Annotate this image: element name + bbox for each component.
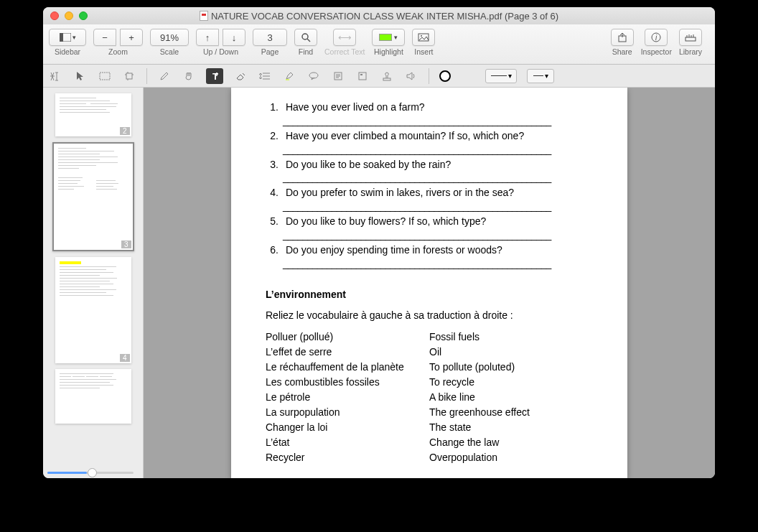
instruction-text: Reliez le vocabulaire à gauche à sa trad… [266, 309, 593, 322]
page-label: Page [261, 47, 279, 56]
svg-rect-9 [686, 37, 696, 41]
find-label: Find [299, 47, 313, 56]
find-button[interactable] [294, 29, 317, 46]
line-spacing-icon[interactable] [258, 69, 272, 83]
vocab-translation: Change the law [429, 436, 593, 449]
note-icon[interactable] [331, 69, 345, 83]
page-number-field[interactable]: 3 [253, 29, 287, 46]
question-item: 2. Have you ever climbed a mountain? If … [266, 129, 593, 157]
page-badge: 4 [120, 354, 130, 362]
vocab-translation: Oil [429, 345, 593, 359]
vocab-term: Le réchauffement de la planète [266, 360, 429, 374]
vocab-right-column: Fossil fuelsOilTo pollute (poluted)To re… [429, 330, 593, 465]
vocab-left-column: Polluer (pollué)L’effet de serreLe récha… [266, 330, 429, 465]
library-label: Library [679, 47, 702, 56]
document-viewport[interactable]: 1. Have you ever lived on a farm?_______… [144, 88, 715, 478]
page-thumbnail[interactable]: 4 [55, 257, 131, 363]
scale-label: Scale [160, 47, 179, 56]
insert-label: Insert [414, 47, 433, 56]
vocab-term: L’état [266, 436, 429, 449]
svg-rect-11 [126, 73, 132, 79]
highlight-button[interactable]: ▾ [372, 29, 405, 46]
question-item: 1. Have you ever lived on a farm?_______… [266, 101, 593, 128]
page-down-button[interactable]: ↓ [223, 29, 245, 46]
zoom-out-button[interactable]: − [93, 29, 116, 46]
insert-button[interactable] [412, 29, 435, 46]
correct-text-button: ⟷ [333, 29, 356, 46]
pdf-file-icon [200, 11, 208, 21]
vocab-term: Le pétrole [266, 391, 429, 404]
page-thumbnail[interactable]: 2 [55, 93, 131, 136]
vocab-term: Changer la loi [266, 421, 429, 434]
highlight-label: Highlight [374, 47, 403, 56]
thumbnail-sidebar[interactable]: 2 3 [43, 88, 144, 478]
area-select-icon[interactable] [98, 69, 112, 83]
window-title: NATURE VOCAB CONVERSATION CLASS WEAK INT… [211, 11, 558, 22]
svg-text:i: i [655, 34, 658, 42]
stroke-style-dropdown[interactable]: ▾ [485, 69, 517, 83]
svg-line-3 [307, 39, 310, 42]
eraser-icon[interactable] [233, 69, 248, 83]
share-button[interactable] [611, 29, 634, 46]
highlighter-icon[interactable] [282, 69, 296, 83]
svg-rect-23 [359, 73, 366, 80]
svg-text:T: T [212, 71, 218, 81]
page-up-button[interactable]: ↑ [196, 29, 219, 46]
zoom-label: Zoom [108, 47, 128, 56]
page-thumbnail[interactable] [55, 369, 131, 424]
vocab-translation: To recycle [429, 375, 593, 389]
crop-icon[interactable] [122, 69, 136, 83]
vocab-translation: The state [429, 421, 593, 434]
text-select-tool-icon[interactable] [49, 69, 63, 83]
zoom-in-button[interactable]: + [120, 29, 143, 46]
inspector-label: Inspector [641, 47, 672, 56]
question-item: 5. Do you like to buy flowers? If so, wh… [266, 215, 593, 242]
hand-icon[interactable] [182, 69, 196, 83]
vocab-translation: Fossil fuels [429, 330, 593, 344]
annotation-toolbar: T ▾ ▾ [43, 65, 715, 88]
stamp-icon[interactable] [380, 69, 394, 83]
share-label: Share [612, 47, 632, 56]
section-heading: L’environnement [266, 288, 593, 302]
inspector-button[interactable]: i [645, 29, 668, 46]
vocab-translation: A bike line [429, 391, 593, 404]
form-icon[interactable] [355, 69, 370, 83]
page-content: 1. Have you ever lived on a farm?_______… [231, 88, 627, 478]
text-tool-icon[interactable]: T [206, 68, 223, 84]
arrow-cursor-icon[interactable] [73, 69, 88, 83]
speech-bubble-icon[interactable] [307, 69, 321, 83]
vocab-term: L’effet de serre [266, 345, 429, 359]
scale-value-button[interactable]: 91% [150, 29, 189, 46]
vocab-translation: To pollute (poluted) [429, 360, 593, 374]
sidebar-toggle-button[interactable]: ▾ [49, 29, 86, 46]
vocab-translation: The greenhouse effect [429, 406, 593, 419]
svg-point-2 [302, 34, 308, 39]
main-toolbar: ▾ Sidebar − + Zoom 91% Scale ↑ ↓ Up / Do… [43, 24, 715, 65]
question-item: 4. Do you prefer to swim in lakes, river… [266, 186, 593, 213]
page-thumbnail-current[interactable]: 3 [52, 142, 134, 251]
shape-circle-icon[interactable] [439, 70, 451, 82]
highlight-swatch-icon [379, 34, 392, 41]
vocab-term: Les combustibles fossiles [266, 375, 429, 389]
question-item: 3. Do you like to be soaked by the rain?… [266, 158, 593, 185]
line-end-dropdown[interactable]: ▾ [527, 69, 554, 83]
svg-rect-1 [60, 33, 63, 42]
svg-rect-10 [100, 73, 110, 80]
library-button[interactable] [679, 29, 702, 46]
sound-icon[interactable] [404, 69, 418, 83]
svg-point-18 [309, 73, 318, 78]
updown-label: Up / Down [203, 47, 238, 56]
svg-rect-25 [383, 78, 390, 80]
app-window: NATURE VOCAB CONVERSATION CLASS WEAK INT… [43, 7, 715, 478]
svg-point-5 [421, 35, 422, 37]
page-badge: 3 [121, 241, 131, 248]
vocab-term: La surpopulation [266, 406, 429, 419]
titlebar: NATURE VOCAB CONVERSATION CLASS WEAK INT… [43, 7, 715, 24]
vocab-term: Recycler [266, 451, 429, 465]
thumbnail-size-slider[interactable] [47, 472, 134, 474]
svg-rect-24 [360, 74, 362, 75]
question-item: 6. Do you enjoy spending time in forests… [266, 243, 593, 271]
page-badge: 2 [120, 127, 130, 135]
vocab-translation: Overpopulation [429, 451, 593, 465]
pencil-icon[interactable] [157, 69, 172, 83]
